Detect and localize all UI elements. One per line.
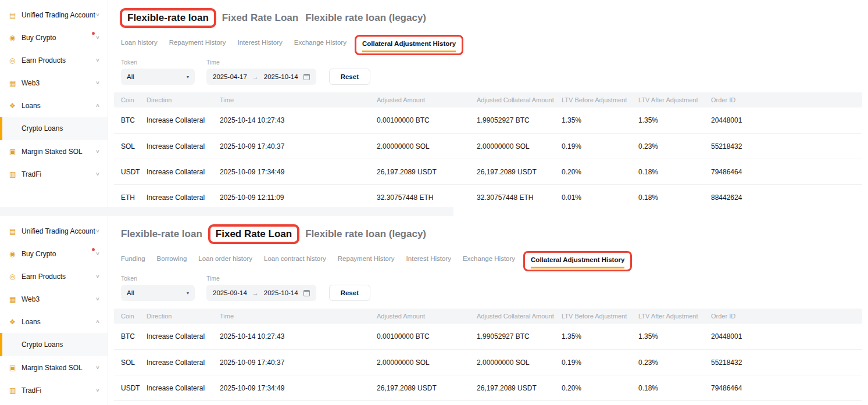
- main-content: Flexible-rate loan Fixed Rate Loan Flexi…: [108, 216, 868, 405]
- sidebar-item[interactable]: ◉ Buy Crypto ∨: [0, 242, 108, 265]
- sidebar-item[interactable]: ◉ Buy Crypto ∨: [0, 26, 108, 49]
- cell-ltv-before: 0.19%: [562, 359, 638, 367]
- date-to: 2025-10-14: [264, 73, 298, 80]
- column-header: Order ID: [711, 96, 855, 103]
- main-tab[interactable]: Fixed Rate Loan: [222, 12, 298, 24]
- token-filter-label: Token: [121, 59, 195, 66]
- sidebar-item[interactable]: ▦ Web3 ∨: [0, 288, 108, 310]
- cell-coin: BTC: [121, 332, 147, 341]
- cell-order-id: 20448001: [711, 332, 855, 341]
- sidebar-item[interactable]: ◎ Earn Products ∨: [0, 49, 108, 71]
- cell-direction: Increase Collateral: [147, 168, 220, 176]
- cell-ltv-after: 0.23%: [638, 142, 711, 150]
- chevron-icon: ∧: [95, 319, 100, 324]
- table-body: BTC Increase Collateral 2025-10-14 10:27…: [114, 107, 862, 207]
- sidebar-item-icon: ▣: [9, 364, 22, 372]
- sub-tab-label: Repayment History: [338, 255, 395, 267]
- date-range-picker[interactable]: 2025-04-17 → 2025-10-14: [206, 69, 316, 85]
- sidebar-item-label: Crypto Loans: [22, 124, 99, 132]
- chevron-icon: ∨: [95, 171, 100, 177]
- sidebar-item-label: Web3: [22, 79, 96, 87]
- chevron-icon: ∨: [95, 58, 100, 63]
- column-header: Coin: [121, 96, 147, 103]
- sidebar-item[interactable]: ▥ TradFi ∨: [0, 379, 108, 402]
- sub-tab[interactable]: Funding: [121, 255, 145, 267]
- column-header: Adjusted Collateral Amount: [477, 313, 562, 320]
- notification-dot-icon: [92, 32, 95, 35]
- sidebar-item[interactable]: Crypto Loans: [0, 333, 108, 356]
- sidebar-item[interactable]: ▣ Margin Staked SOL ∨: [0, 140, 108, 163]
- sub-tab-label: Interest History: [406, 255, 451, 267]
- column-header: Coin: [121, 313, 147, 320]
- sidebar-item[interactable]: ▤ Unified Trading Account ∨: [0, 3, 108, 26]
- sidebar-item-label: Loans: [22, 318, 96, 326]
- cell-order-id: 79486464: [711, 384, 855, 392]
- sidebar-item-icon: ▦: [9, 79, 22, 87]
- cell-adjusted-collateral-amount: 26,197.2089 USDT: [477, 168, 562, 176]
- main-content: Flexible-rate loan Fixed Rate Loan Flexi…: [108, 0, 868, 207]
- sub-tab[interactable]: Interest History: [237, 39, 282, 51]
- table-row: ETH Increase Collateral 2025-10-09 12:11…: [114, 400, 862, 405]
- column-header: Time: [220, 96, 377, 103]
- reset-button[interactable]: Reset: [329, 69, 370, 85]
- cell-adjusted-amount: 26,197.2089 USDT: [377, 384, 477, 392]
- sub-tab[interactable]: Repayment History: [169, 39, 226, 51]
- sub-tab[interactable]: Interest History: [406, 255, 451, 267]
- main-tab[interactable]: Flexible-rate loan: [120, 8, 216, 28]
- column-header: Adjusted Amount: [377, 313, 477, 320]
- sub-tab[interactable]: Exchange History: [463, 255, 515, 267]
- sidebar-item[interactable]: ◎ Earn Products ∨: [0, 265, 108, 288]
- sub-tab-bar: Funding Borrowing Loan order history Loa…: [121, 252, 855, 270]
- sidebar-item-label: Buy Crypto: [22, 34, 93, 42]
- date-range-picker[interactable]: 2025-09-14 → 2025-10-14: [206, 285, 316, 301]
- sidebar-item-icon: ◉: [9, 250, 22, 258]
- date-from: 2025-09-14: [213, 289, 247, 296]
- sidebar-item[interactable]: ❖ Loans ∧: [0, 94, 108, 117]
- cell-adjusted-collateral-amount: 32.30757448 ETH: [477, 193, 562, 202]
- main-tab[interactable]: Flexible rate loan (legacy): [305, 228, 426, 240]
- cell-direction: Increase Collateral: [147, 116, 220, 124]
- chevron-icon: ∨: [95, 80, 100, 85]
- sidebar-item[interactable]: Crypto Loans: [0, 117, 108, 140]
- main-tab[interactable]: Flexible rate loan (legacy): [305, 12, 426, 24]
- token-select[interactable]: All ▾: [121, 69, 195, 85]
- sub-tab[interactable]: Collateral Adjustment History: [355, 35, 463, 55]
- table-row: ETH Increase Collateral 2025-10-09 12:11…: [114, 184, 862, 207]
- sub-tab-label: Loan history: [121, 39, 158, 51]
- sub-tab-label: Loan contract history: [264, 255, 326, 267]
- calendar-icon: [303, 290, 310, 296]
- column-header: LTV After Adjustment: [638, 313, 711, 320]
- token-select-value: All: [127, 289, 134, 296]
- table-row: USDT Increase Collateral 2025-10-09 17:3…: [114, 159, 862, 184]
- sidebar-item[interactable]: ▥ TradFi ∨: [0, 163, 108, 185]
- main-tab[interactable]: Fixed Rate Loan: [208, 224, 299, 244]
- sub-tab[interactable]: Exchange History: [294, 39, 347, 51]
- reset-button[interactable]: Reset: [329, 285, 370, 301]
- sub-tab[interactable]: Loan order history: [198, 255, 252, 267]
- cell-coin: SOL: [121, 359, 147, 367]
- sub-tab[interactable]: Borrowing: [157, 255, 187, 267]
- sidebar-item[interactable]: ▦ Web3 ∨: [0, 71, 108, 94]
- cell-direction: Increase Collateral: [147, 332, 220, 341]
- cell-direction: Increase Collateral: [147, 142, 220, 150]
- sub-tab[interactable]: Loan contract history: [264, 255, 326, 267]
- cell-adjusted-amount: 26,197.2089 USDT: [377, 168, 477, 176]
- sub-tab[interactable]: Collateral Adjustment History: [523, 251, 632, 271]
- cell-adjusted-amount: 32.30757448 ETH: [377, 193, 477, 202]
- sidebar-item-label: TradFi: [22, 170, 96, 178]
- cell-ltv-after: 0.23%: [638, 359, 711, 367]
- main-tab-bar: Flexible-rate loan Fixed Rate Loan Flexi…: [121, 224, 855, 245]
- sidebar-item[interactable]: ❖ Loans ∧: [0, 310, 108, 333]
- cell-ltv-after: 1.35%: [638, 332, 711, 341]
- token-select[interactable]: All ▾: [121, 285, 195, 301]
- column-header: Adjusted Collateral Amount: [477, 96, 562, 103]
- cell-order-id: 55218432: [711, 142, 855, 150]
- sidebar-item[interactable]: ▣ Margin Staked SOL ∨: [0, 356, 108, 379]
- main-tab[interactable]: Flexible-rate loan: [121, 228, 202, 240]
- sidebar-item[interactable]: ▤ Unified Trading Account ∨: [0, 220, 108, 242]
- cell-coin: USDT: [121, 384, 147, 392]
- chevron-icon: ∧: [95, 103, 100, 108]
- sub-tab[interactable]: Loan history: [121, 39, 158, 51]
- sub-tab[interactable]: Repayment History: [338, 255, 395, 267]
- cell-time: 2025-10-09 17:40:37: [220, 142, 377, 150]
